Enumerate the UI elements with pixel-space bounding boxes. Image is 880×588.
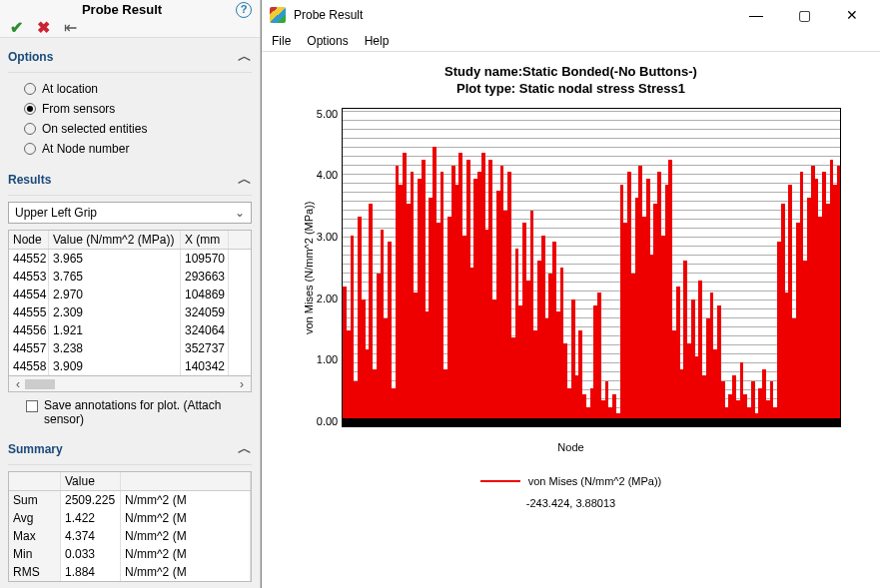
y-tick: 3.00	[317, 231, 338, 243]
table-row[interactable]: 445542.970104869	[9, 286, 251, 303]
table-row[interactable]: 445552.309324059	[9, 303, 251, 321]
chart-area: Study name:Static Bonded(-No Buttons-) P…	[262, 52, 880, 588]
table-row[interactable]: 445573.238352737	[9, 339, 251, 357]
chart-title-line1: Study name:Static Bonded(-No Buttons-)	[444, 64, 697, 81]
cell-node: 44554	[9, 286, 49, 303]
table-row: Avg1.422N/mm^2 (M	[9, 509, 251, 527]
combo-value: Upper Left Grip	[15, 206, 97, 220]
menu-file[interactable]: File	[272, 34, 291, 48]
accept-icon[interactable]: ✔	[10, 20, 23, 36]
scroll-right-icon[interactable]: ›	[235, 377, 249, 391]
results-grid[interactable]: Node Value (N/mm^2 (MPa)) X (mm 445523.9…	[8, 230, 252, 376]
cell-value: 3.965	[49, 250, 181, 268]
chevron-up-icon: ︿	[238, 171, 252, 189]
summary-header[interactable]: Summary ︿	[8, 436, 252, 465]
cell-node: 44557	[9, 339, 49, 357]
legend-swatch	[480, 480, 520, 482]
option-label: At location	[42, 82, 98, 96]
option-from-sensors[interactable]: From sensors	[8, 99, 252, 119]
y-tick: 5.00	[317, 108, 338, 120]
chart-series	[343, 109, 840, 426]
plot-canvas[interactable]	[342, 108, 841, 427]
y-tick: 4.00	[317, 169, 338, 181]
save-annotations-checkbox[interactable]: Save annotations for plot. (Attach senso…	[8, 392, 252, 428]
chart-title: Study name:Static Bonded(-No Buttons-) P…	[444, 64, 697, 98]
help-icon[interactable]: ?	[236, 2, 252, 18]
panel-header: Probe Result ?	[0, 0, 260, 19]
col-value[interactable]: Value (N/mm^2 (MPa))	[49, 231, 181, 249]
table-row[interactable]: 445523.965109570	[9, 250, 251, 268]
table-row: Min0.033N/mm^2 (M	[9, 545, 251, 563]
cell-x: 352737	[181, 339, 229, 357]
col-unit	[121, 472, 251, 490]
options-label: Options	[8, 50, 53, 64]
cell-x: 104869	[181, 286, 229, 303]
option-on-selected-entities[interactable]: On selected entities	[8, 119, 252, 139]
cell-value: 1.921	[49, 321, 181, 339]
menu-help[interactable]: Help	[365, 34, 390, 48]
minimize-button[interactable]: —	[736, 3, 776, 27]
summary-section: Summary ︿ Value Sum2509.225N/mm^2 (MAvg1…	[0, 430, 260, 584]
cell-value: 2509.225	[61, 491, 121, 509]
cell-node: 44556	[9, 321, 49, 339]
results-header[interactable]: Results ︿	[8, 167, 252, 196]
col-node[interactable]: Node	[9, 231, 49, 249]
cell-x: 140342	[181, 357, 229, 375]
chevron-down-icon: ⌄	[235, 206, 245, 220]
cell-value: 3.909	[49, 357, 181, 375]
table-row[interactable]: 445533.765293663	[9, 268, 251, 286]
close-button[interactable]: ✕	[832, 3, 872, 27]
summary-label: Summary	[8, 442, 63, 456]
cell-value: 3.238	[49, 339, 181, 357]
results-section: Results ︿ Upper Left Grip ⌄ Node Value (…	[0, 161, 260, 430]
scroll-thumb[interactable]	[25, 379, 55, 389]
table-row[interactable]: 445561.921324064	[9, 321, 251, 339]
cell-label: Avg	[9, 509, 61, 527]
radio-icon	[24, 83, 36, 95]
col-blank	[9, 472, 61, 490]
y-tick: 0.00	[317, 415, 338, 427]
cell-x: 324059	[181, 303, 229, 321]
table-row: Max4.374N/mm^2 (M	[9, 527, 251, 545]
grid-horizontal-scrollbar[interactable]: ‹ ›	[8, 376, 252, 392]
cell-value: 2.309	[49, 303, 181, 321]
cancel-icon[interactable]: ✖	[37, 20, 50, 36]
option-at-location[interactable]: At location	[8, 79, 252, 99]
menubar: File Options Help	[262, 30, 880, 52]
grid-header: Value	[9, 472, 251, 491]
option-at-node-number[interactable]: At Node number	[8, 139, 252, 159]
y-tick: 2.00	[317, 293, 338, 304]
option-label: From sensors	[42, 102, 115, 116]
scroll-left-icon[interactable]: ‹	[11, 377, 25, 391]
results-label: Results	[8, 173, 51, 187]
x-axis-ticks	[343, 426, 840, 427]
titlebar[interactable]: Probe Result — ▢ ✕	[262, 0, 880, 30]
probe-panel: Probe Result ? ✔ ✖ ⇤ Options ︿ At locati…	[0, 0, 261, 588]
checkbox-icon	[26, 400, 38, 412]
cell-unit: N/mm^2 (M	[121, 509, 251, 527]
sensor-combo[interactable]: Upper Left Grip ⌄	[8, 202, 252, 224]
cell-value: 4.374	[61, 527, 121, 545]
cell-value: 1.422	[61, 509, 121, 527]
menu-options[interactable]: Options	[307, 34, 348, 48]
radio-icon	[24, 103, 36, 115]
grid-header: Node Value (N/mm^2 (MPa)) X (mm	[9, 231, 251, 250]
cell-label: Min	[9, 545, 61, 563]
radio-icon	[24, 143, 36, 155]
chart-window: Probe Result — ▢ ✕ File Options Help Stu…	[261, 0, 880, 588]
col-x[interactable]: X (mm	[181, 231, 229, 249]
cursor-readout: -243.424, 3.88013	[526, 497, 615, 509]
cell-value: 0.033	[61, 545, 121, 563]
chart-box: von Mises (N/mm^2 (MPa)) 5.004.003.002.0…	[301, 108, 841, 427]
col-value: Value	[61, 472, 121, 490]
table-row[interactable]: 445583.909140342	[9, 357, 251, 375]
options-header[interactable]: Options ︿	[8, 44, 252, 73]
cell-node: 44553	[9, 268, 49, 286]
chevron-up-icon: ︿	[238, 48, 252, 66]
cell-node: 44558	[9, 357, 49, 375]
table-row: RMS1.884N/mm^2 (M	[9, 563, 251, 581]
maximize-button[interactable]: ▢	[784, 3, 824, 27]
pin-icon[interactable]: ⇤	[64, 20, 77, 36]
cell-x: 324064	[181, 321, 229, 339]
panel-actions: ✔ ✖ ⇤	[0, 19, 260, 38]
